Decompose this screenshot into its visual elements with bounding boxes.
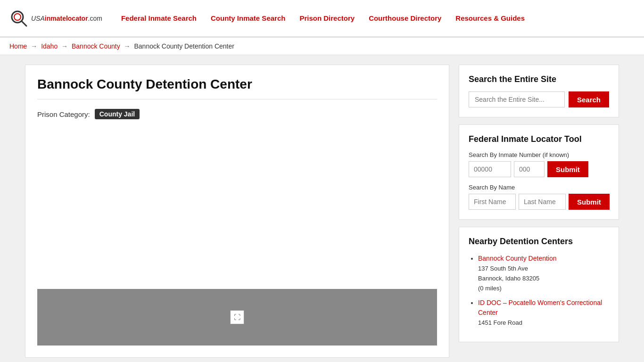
breadcrumb: Home → Idaho → Bannock County → Bannock … bbox=[0, 38, 644, 55]
map-expand-button[interactable]: ⛶ bbox=[230, 310, 244, 324]
nav-courthouse-directory[interactable]: Courthouse Directory bbox=[369, 14, 441, 22]
prison-category-row: Prison Category: County Jail bbox=[37, 109, 437, 119]
inmate-number-row: Submit bbox=[469, 161, 609, 177]
list-item: ID DOC – Pocatello Women's Correctional … bbox=[478, 298, 609, 328]
federal-locator-widget: Federal Inmate Locator Tool Search By In… bbox=[459, 124, 619, 220]
breadcrumb-current: Bannock County Detention Center bbox=[134, 42, 234, 50]
site-logo[interactable]: USAinmatelocator.com bbox=[9, 9, 102, 28]
nearby-center-address2-1: Bannock, Idaho 83205 bbox=[478, 275, 539, 282]
page-title: Bannock County Detention Center bbox=[37, 77, 437, 99]
logo-icon bbox=[9, 9, 28, 28]
nearby-center-distance-1: (0 miles) bbox=[478, 285, 502, 292]
category-badge: County Jail bbox=[95, 109, 140, 119]
breadcrumb-arrow-1: → bbox=[31, 42, 37, 50]
nearby-center-address1-1: 137 South 5th Ave bbox=[478, 265, 528, 272]
inmate-number-input-1[interactable] bbox=[469, 161, 511, 177]
search-button[interactable]: Search bbox=[569, 91, 609, 107]
nearby-widget-title: Nearby Detention Centers bbox=[469, 237, 609, 247]
search-widget: Search the Entire Site Search bbox=[459, 65, 619, 117]
breadcrumb-state[interactable]: Idaho bbox=[41, 42, 58, 50]
inmate-number-label: Search By Inmate Number (if known) bbox=[469, 151, 609, 158]
nav-federal-inmate-search[interactable]: Federal Inmate Search bbox=[121, 14, 197, 22]
breadcrumb-arrow-2: → bbox=[61, 42, 68, 50]
federal-widget-title: Federal Inmate Locator Tool bbox=[469, 134, 609, 144]
svg-line-1 bbox=[22, 21, 26, 26]
breadcrumb-arrow-3: → bbox=[124, 42, 131, 50]
nav-county-inmate-search[interactable]: County Inmate Search bbox=[211, 14, 285, 22]
site-header: USAinmatelocator.com Federal Inmate Sear… bbox=[0, 0, 644, 38]
nav-prison-directory[interactable]: Prison Directory bbox=[299, 14, 355, 22]
nearby-list: Bannock County Detention 137 South 5th A… bbox=[469, 254, 609, 328]
last-name-input[interactable] bbox=[519, 194, 566, 210]
nearby-center-link-2[interactable]: ID DOC – Pocatello Women's Correctional … bbox=[478, 299, 602, 316]
svg-point-2 bbox=[14, 14, 21, 20]
search-widget-title: Search the Entire Site bbox=[469, 74, 609, 84]
breadcrumb-county[interactable]: Bannock County bbox=[72, 42, 120, 50]
first-name-input[interactable] bbox=[469, 194, 516, 210]
inmate-number-input-2[interactable] bbox=[514, 161, 545, 177]
nearby-center-address1-2: 1451 Fore Road bbox=[478, 319, 522, 326]
name-row: Submit bbox=[469, 194, 609, 210]
breadcrumb-home[interactable]: Home bbox=[9, 42, 27, 50]
search-input[interactable] bbox=[469, 91, 565, 107]
nearby-center-link-1[interactable]: Bannock County Detention bbox=[478, 255, 557, 262]
nearby-widget: Nearby Detention Centers Bannock County … bbox=[459, 227, 619, 342]
expand-icon: ⛶ bbox=[234, 313, 240, 321]
search-row: Search bbox=[469, 91, 609, 107]
map-area: ⛶ bbox=[37, 289, 437, 346]
logo-text: USAinmatelocator.com bbox=[31, 15, 102, 22]
list-item: Bannock County Detention 137 South 5th A… bbox=[478, 254, 609, 293]
inmate-number-submit-button[interactable]: Submit bbox=[547, 161, 588, 177]
name-submit-button[interactable]: Submit bbox=[569, 194, 610, 210]
prison-category-label: Prison Category: bbox=[37, 110, 90, 118]
main-nav: Federal Inmate Search County Inmate Sear… bbox=[121, 14, 525, 22]
sidebar: Search the Entire Site Search Federal In… bbox=[459, 65, 619, 358]
name-search-label: Search By Name bbox=[469, 184, 609, 191]
content-area: Bannock County Detention Center Prison C… bbox=[25, 65, 449, 358]
nav-resources-guides[interactable]: Resources & Guides bbox=[455, 14, 525, 22]
main-container: Bannock County Detention Center Prison C… bbox=[16, 65, 628, 358]
